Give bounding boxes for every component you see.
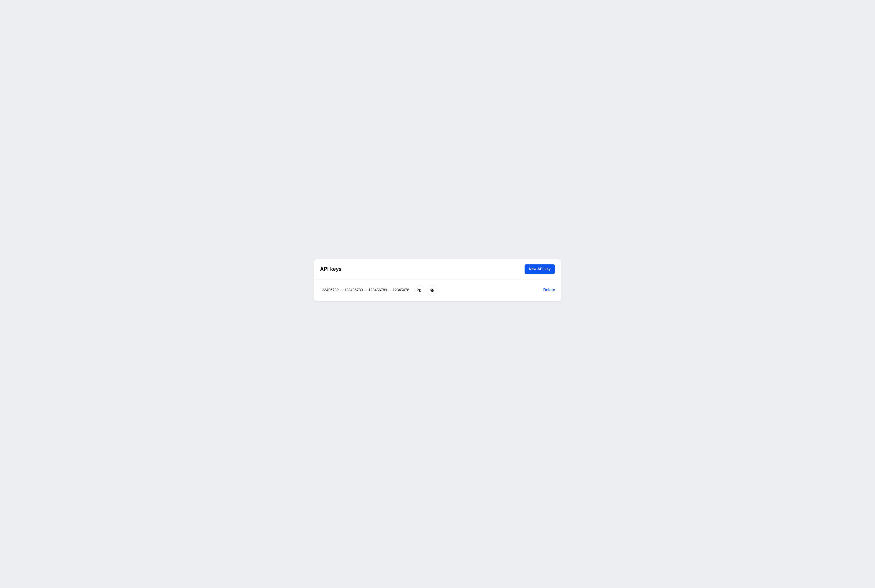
new-api-key-button[interactable]: New API key xyxy=(524,264,555,274)
card-header: API keys New API key xyxy=(314,259,561,279)
api-key-value: 123456789 - - 123456789 - - 123456789 - … xyxy=(320,288,409,292)
page-viewport: API keys New API key 123456789 - - 12345… xyxy=(292,273,583,315)
api-key-row: 123456789 - - 123456789 - - 123456789 - … xyxy=(314,279,561,301)
toggle-visibility-button[interactable] xyxy=(414,285,424,295)
card-title: API keys xyxy=(320,266,342,272)
copy-button[interactable] xyxy=(427,285,437,295)
api-key-icon-group xyxy=(414,285,437,295)
copy-icon xyxy=(430,288,434,292)
api-keys-card: API keys New API key 123456789 - - 12345… xyxy=(314,259,561,301)
delete-button[interactable]: Delete xyxy=(543,288,555,292)
api-key-row-left: 123456789 - - 123456789 - - 123456789 - … xyxy=(320,285,437,295)
visibility-off-icon xyxy=(417,288,421,292)
